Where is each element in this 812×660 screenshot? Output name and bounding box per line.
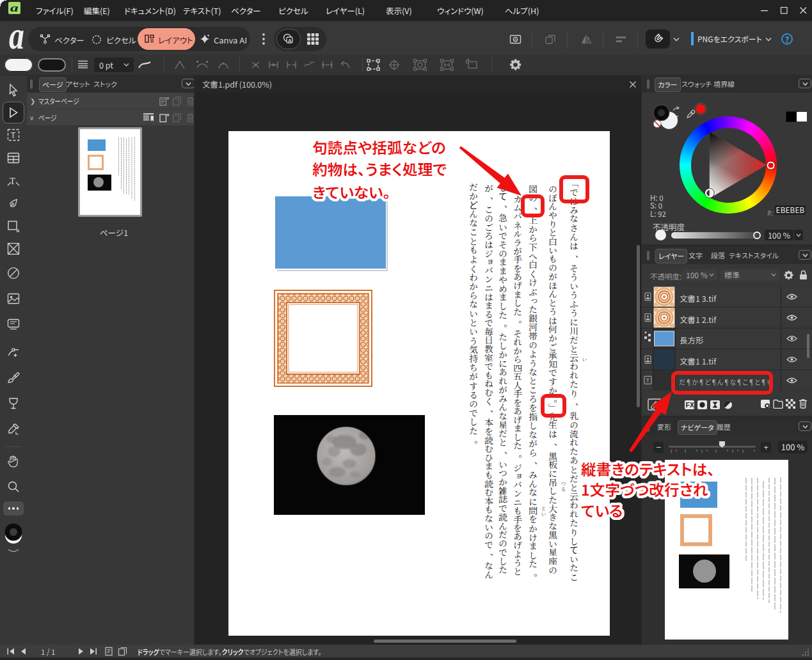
svg-text:T: T bbox=[11, 130, 16, 140]
svg-text:a: a bbox=[9, 28, 24, 53]
svg-text:T: T bbox=[646, 377, 649, 384]
svg-text:FX: FX bbox=[686, 401, 694, 409]
svg-text:A: A bbox=[288, 38, 292, 43]
svg-text:T: T bbox=[10, 176, 15, 186]
